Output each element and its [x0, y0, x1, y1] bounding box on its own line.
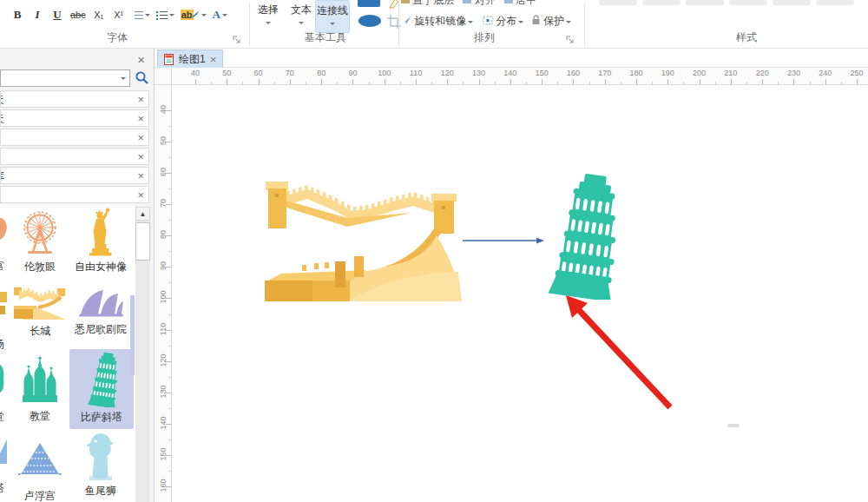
close-icon[interactable]: ×: [137, 94, 144, 105]
library-panel-header[interactable]: ×: [0, 148, 149, 165]
ruler-tick: [211, 82, 212, 84]
close-icon[interactable]: ×: [137, 113, 144, 124]
style-gallery-item[interactable]: [642, 0, 681, 5]
leaning-tower-icon: [82, 352, 121, 407]
send-to-back-button[interactable]: 置于底层: [412, 0, 454, 6]
library-panel-header[interactable]: 库×: [0, 167, 149, 184]
superscript-button[interactable]: X¹: [110, 5, 128, 24]
close-icon[interactable]: ×: [137, 170, 144, 182]
library-item-label: 比萨斜塔: [69, 411, 134, 423]
bullet-list-icon: [156, 10, 168, 20]
style-gallery-item[interactable]: [816, 0, 854, 5]
ruler-tick: [168, 314, 171, 315]
library-item-sydney-opera-house[interactable]: 悉尼歌剧院: [71, 281, 130, 349]
leaning-tower-shape[interactable]: [549, 171, 628, 302]
ruler-label: 90: [159, 258, 168, 274]
scrollbar-thumb[interactable]: [135, 222, 150, 261]
ruler-tick: [557, 82, 558, 84]
ruler-tick: [290, 79, 291, 84]
ruler-tick: [542, 79, 542, 84]
search-input[interactable]: [3, 71, 115, 85]
ruler-tick: [589, 82, 590, 84]
clipped-shape-label: 场: [0, 335, 9, 352]
font-color-button[interactable]: A: [211, 5, 229, 24]
library-item-london-eye[interactable]: 伦敦眼: [10, 207, 69, 276]
arrange-dialog-launcher[interactable]: [566, 36, 575, 44]
connector-arrow[interactable]: [463, 238, 544, 244]
connector-tool-button[interactable]: 连接线: [315, 0, 350, 33]
ruler-tick: [168, 126, 171, 127]
ruler-tick: [463, 82, 464, 84]
chevron-down-icon: [201, 14, 207, 19]
ruler-label: 80: [159, 227, 168, 242]
library-panel-header[interactable]: 天×: [0, 90, 149, 108]
bullet-list-button[interactable]: [155, 5, 176, 24]
search-dropdown-button[interactable]: [116, 71, 128, 85]
library-panel-header[interactable]: ×: [0, 186, 149, 203]
library-panel-header[interactable]: 天×: [0, 109, 149, 127]
library-item-merlion[interactable]: 鱼尾狮: [71, 431, 130, 502]
select-tool-button[interactable]: 选择: [251, 3, 286, 25]
search-box: [0, 69, 130, 87]
center-button[interactable]: 居中: [516, 0, 536, 6]
merlion-icon: [83, 431, 118, 481]
rotate-mirror-button[interactable]: 旋转和镜像: [401, 14, 473, 29]
ellipse-tool-icon[interactable]: [358, 15, 381, 27]
group-separator: [584, 3, 585, 46]
library-item-louvre[interactable]: 卢浮宫: [10, 431, 69, 502]
close-icon[interactable]: ×: [137, 53, 145, 66]
strikethrough-button[interactable]: abc: [69, 5, 88, 24]
library-item-leaning-tower-selected[interactable]: 比萨斜塔: [69, 349, 134, 429]
bold-button[interactable]: B: [9, 5, 26, 24]
library-panel-header[interactable]: ×: [0, 129, 149, 146]
subscript-button[interactable]: X₁: [90, 5, 108, 24]
library-item-church[interactable]: 教堂: [10, 351, 69, 429]
library-item-great-wall[interactable]: 长城: [10, 281, 69, 349]
italic-button[interactable]: I: [29, 5, 46, 24]
clipped-shape: [0, 214, 9, 248]
style-gallery-item[interactable]: [686, 0, 724, 5]
distribute-button[interactable]: 分布: [483, 14, 523, 29]
ruler-tick: [510, 79, 511, 84]
close-icon[interactable]: ×: [137, 189, 144, 201]
london-eye-icon: [17, 207, 62, 257]
rectangle-tool-icon[interactable]: [358, 0, 380, 7]
sydney-opera-house-icon: [77, 281, 124, 320]
tab-drawing1[interactable]: 绘图1 ×: [157, 50, 223, 68]
close-tab-icon[interactable]: ×: [210, 54, 217, 65]
search-button[interactable]: [135, 70, 149, 89]
style-gallery-item[interactable]: [729, 0, 767, 5]
shape-library-sidebar: × 天× 天× × × 库× × 宫 场 堂 塔: [0, 49, 155, 502]
panel-title-fragment: 天: [1, 112, 4, 127]
close-icon[interactable]: ×: [137, 132, 144, 143]
library-scrollbar[interactable]: ▲: [135, 207, 150, 502]
style-gallery-item[interactable]: [599, 0, 637, 5]
line-spacing-button[interactable]: [130, 5, 152, 24]
library-item-statue-of-liberty[interactable]: 自由女神像: [71, 207, 130, 276]
great-wall-shape[interactable]: [265, 182, 462, 301]
ruler-label: 40: [159, 102, 168, 117]
scroll-up-button[interactable]: ▲: [135, 207, 150, 221]
panel-title-fragment: 天: [1, 93, 4, 108]
great-wall-icon: [12, 281, 68, 321]
style-gallery-item[interactable]: [773, 0, 811, 5]
protect-button[interactable]: 保护: [531, 14, 571, 29]
close-icon[interactable]: ×: [137, 151, 144, 162]
font-toolbar: B I U abc X₁ X¹ ab A: [9, 5, 229, 24]
text-tool-button[interactable]: 文本: [284, 3, 319, 25]
ruler-tick: [526, 82, 527, 84]
underline-button[interactable]: U: [49, 5, 66, 24]
font-dialog-launcher[interactable]: [233, 36, 241, 44]
chevron-down-icon: [518, 21, 523, 26]
drawing-canvas[interactable]: [172, 85, 868, 502]
ruler-tick: [337, 82, 338, 84]
ruler-tick: [168, 282, 171, 283]
text-highlight-button[interactable]: ab: [179, 5, 208, 24]
ruler-tick: [683, 82, 684, 84]
ruler-tick: [168, 251, 171, 252]
align-button[interactable]: 对齐: [475, 0, 496, 6]
chevron-down-icon: [566, 21, 571, 26]
ruler-tick: [857, 79, 858, 84]
library-item-label: 鱼尾狮: [71, 485, 130, 497]
library-item-label: 卢浮宫: [10, 490, 69, 502]
